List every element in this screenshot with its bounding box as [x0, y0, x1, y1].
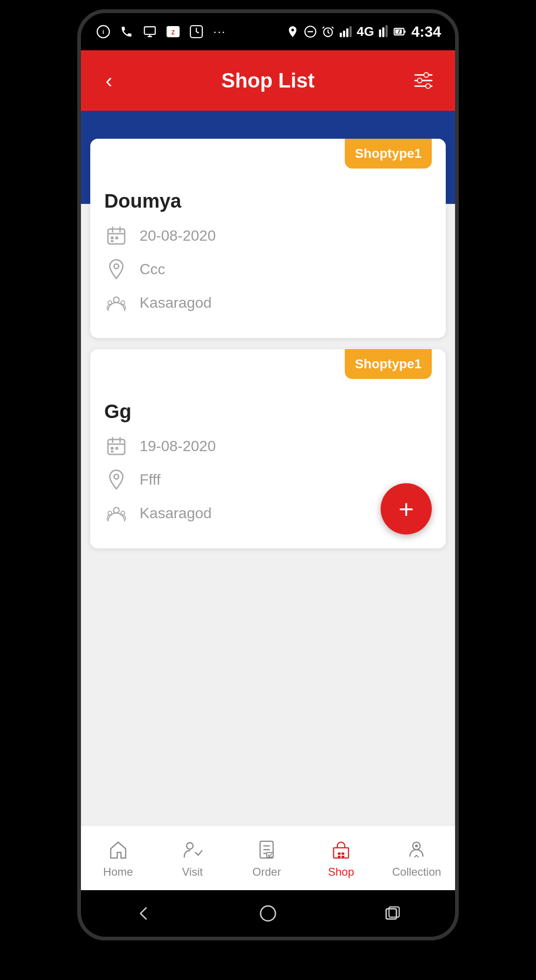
notch [221, 18, 315, 25]
shop-label: Shop [328, 865, 354, 879]
alarm-icon [322, 25, 335, 38]
city-icon-1 [104, 291, 128, 315]
android-nav [81, 890, 455, 937]
svg-point-33 [114, 264, 119, 269]
bell-icon [188, 23, 205, 40]
nav-home[interactable]: Home [95, 838, 141, 879]
back-button[interactable]: ‹ [95, 69, 123, 92]
add-shop-fab[interactable]: + [381, 483, 432, 534]
shop-date-2: 19-08-2020 [140, 438, 216, 455]
location-icon-1 [104, 257, 128, 281]
shop-address-2: Ffff [140, 471, 161, 488]
svg-rect-11 [346, 28, 348, 37]
signal2-icon [379, 25, 389, 38]
svg-rect-15 [385, 25, 388, 37]
shop-name-1: Doumya [104, 190, 432, 212]
svg-text:i: i [102, 29, 104, 35]
shop-city-2: Kasaragod [140, 505, 212, 522]
svg-point-47 [121, 511, 125, 515]
calendar-icon-2 [104, 434, 128, 458]
svg-point-45 [114, 507, 119, 513]
shop-icon [329, 838, 353, 862]
shop-card-1[interactable]: Shoptype1 Doumya 20- [90, 139, 446, 338]
status-left-icons: i Z [95, 23, 228, 40]
svg-rect-41 [111, 447, 114, 450]
signal-icon [339, 25, 352, 38]
shop-list[interactable]: Shoptype1 Doumya 20- [81, 139, 455, 825]
svg-point-56 [415, 845, 418, 847]
phone-icon [118, 23, 135, 40]
order-label: Order [253, 865, 281, 879]
svg-point-34 [114, 297, 119, 303]
nav-collection[interactable]: Collection [392, 838, 441, 879]
dots-icon: ··· [211, 23, 228, 40]
filter-button[interactable] [413, 72, 441, 89]
svg-rect-10 [343, 31, 345, 37]
android-recents-button[interactable] [383, 904, 402, 923]
svg-point-57 [261, 906, 275, 921]
svg-point-36 [121, 301, 125, 304]
svg-rect-12 [349, 26, 352, 37]
home-label: Home [103, 865, 133, 879]
svg-point-21 [424, 73, 429, 77]
nav-shop[interactable]: Shop [318, 838, 364, 879]
svg-point-23 [417, 78, 422, 83]
bottom-nav: Home Visit [81, 825, 455, 890]
location-status-icon [286, 25, 299, 38]
calendar-icon-1 [104, 223, 128, 248]
screen-icon [141, 23, 158, 40]
collection-label: Collection [392, 865, 441, 879]
imo-icon: i [95, 23, 112, 40]
android-back-button[interactable] [134, 904, 153, 923]
svg-rect-43 [111, 451, 114, 453]
collection-icon [404, 838, 429, 862]
shop-address-row-1: Ccc [104, 257, 432, 281]
android-home-button[interactable] [259, 904, 277, 923]
shop-date-row-2: 19-08-2020 [104, 434, 432, 458]
minus-icon [304, 25, 317, 38]
zomato-icon: Z [165, 23, 181, 40]
shop-name-2: Gg [104, 400, 432, 423]
visit-label: Visit [182, 865, 203, 879]
battery-icon [394, 25, 407, 38]
network-label: 4G [357, 24, 374, 39]
shop-date-1: 20-08-2020 [140, 227, 216, 244]
page-title: Shop List [221, 69, 315, 92]
shop-card-2[interactable]: Shoptype1 Gg 19-08-2 [90, 349, 446, 548]
shop-address-1: Ccc [140, 261, 165, 278]
svg-point-35 [108, 301, 112, 304]
svg-rect-2 [144, 27, 155, 34]
svg-rect-42 [115, 447, 118, 450]
svg-point-25 [426, 84, 430, 88]
time-display: 4:34 [411, 23, 441, 41]
shop-city-row-1: Kasaragod [104, 291, 432, 315]
visit-icon [181, 838, 205, 862]
city-icon-2 [104, 501, 128, 525]
location-icon-2 [104, 467, 128, 492]
svg-rect-9 [340, 33, 342, 37]
nav-visit[interactable]: Visit [169, 838, 216, 879]
order-icon [255, 838, 279, 862]
shop-city-1: Kasaragod [140, 294, 212, 311]
shop-date-row-1: 20-08-2020 [104, 223, 432, 248]
status-right-icons: 4G 4:34 [286, 23, 441, 41]
svg-point-44 [114, 474, 119, 479]
svg-point-46 [108, 511, 112, 515]
svg-text:Z: Z [171, 29, 174, 36]
svg-rect-14 [382, 27, 384, 37]
svg-rect-18 [404, 31, 406, 33]
shop-address-row-2: Ffff [104, 467, 432, 492]
shop-badge-1: Shoptype1 [345, 139, 432, 169]
svg-rect-32 [111, 240, 114, 242]
shop-badge-2: Shoptype1 [345, 349, 432, 379]
app-header: ‹ Shop List [81, 50, 455, 111]
svg-rect-30 [111, 237, 114, 239]
svg-rect-31 [115, 237, 118, 239]
app-content: ‹ Shop List Shoptype1 Doumya [81, 50, 455, 890]
svg-point-48 [187, 843, 193, 849]
svg-rect-13 [379, 29, 381, 37]
nav-order[interactable]: Order [243, 838, 290, 879]
home-icon [106, 838, 130, 862]
